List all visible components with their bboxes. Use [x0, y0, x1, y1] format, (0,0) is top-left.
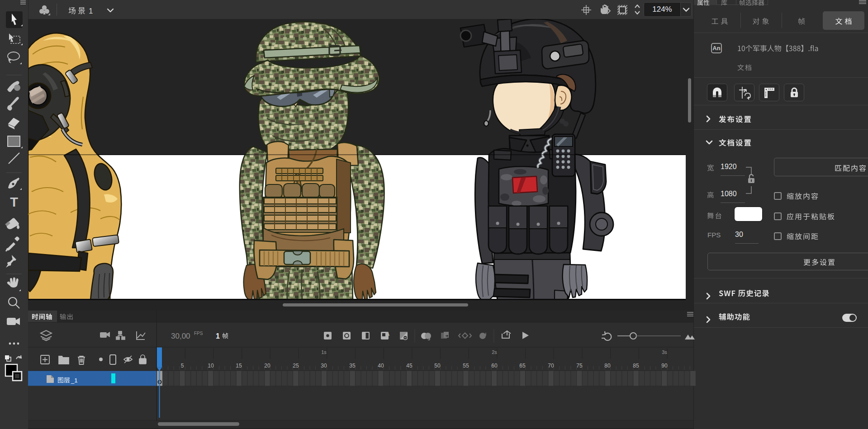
svg-text:55: 55 [463, 363, 469, 369]
svg-text:80: 80 [604, 363, 611, 369]
svg-text:3s: 3s [662, 349, 667, 355]
svg-text:40: 40 [378, 363, 384, 369]
svg-text:75: 75 [576, 363, 583, 369]
svg-text:T: T [10, 195, 18, 209]
svg-text:1s: 1s [321, 349, 327, 355]
svg-text:30: 30 [321, 363, 327, 369]
svg-text:10: 10 [208, 363, 214, 369]
svg-text:15: 15 [236, 363, 242, 369]
svg-text:2s: 2s [492, 349, 497, 355]
svg-text:85: 85 [633, 363, 639, 369]
svg-text:A: A [386, 332, 389, 337]
svg-text:60: 60 [491, 363, 498, 369]
svg-text:50: 50 [434, 363, 441, 369]
svg-text:65: 65 [519, 363, 526, 369]
svg-text:70: 70 [548, 363, 554, 369]
svg-text:25: 25 [293, 363, 299, 369]
svg-text:5: 5 [181, 363, 184, 369]
svg-text:90: 90 [661, 363, 668, 369]
svg-text:45: 45 [406, 363, 413, 369]
svg-text:35: 35 [349, 363, 356, 369]
svg-text:20: 20 [264, 363, 270, 369]
